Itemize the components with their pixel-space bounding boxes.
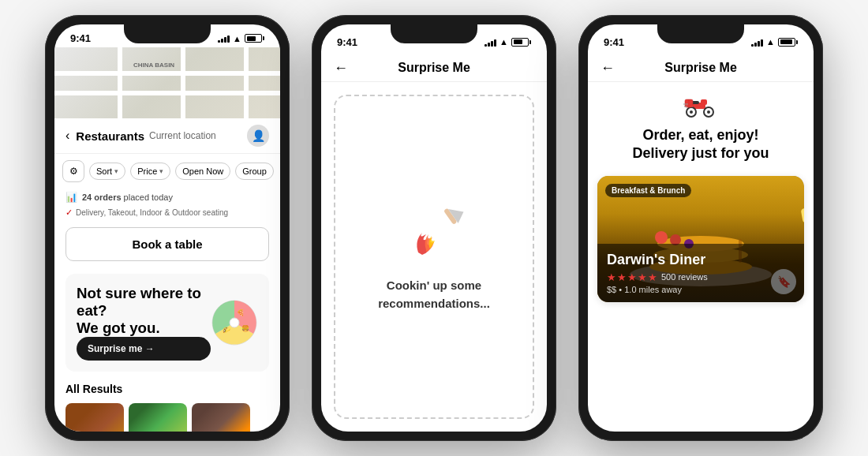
surprise-heading: Not sure where to eat? We got you. [77, 285, 211, 337]
phone-2: 9:41 ▲ [312, 15, 556, 441]
battery-icon-3 [778, 38, 798, 47]
phone-1-screen: 9:41 ▲ [54, 24, 280, 432]
back-button-2[interactable]: ← [334, 60, 348, 77]
sort-chevron: ▾ [114, 167, 118, 175]
back-button-3[interactable]: ← [600, 60, 615, 77]
phone3-content: Order, eat, enjoy! Delivery just for you [588, 82, 814, 432]
stars-row: ★★★★★ 500 reviews [607, 271, 795, 283]
wifi-icon-2: ▲ [499, 37, 508, 47]
sort-label: Sort [96, 166, 112, 176]
nav-subtitle-1: Current location [149, 130, 216, 141]
status-icons-2: ▲ [485, 37, 531, 47]
phone-3-screen: 9:41 ▲ [588, 24, 814, 432]
price-chevron: ▾ [159, 167, 163, 175]
cooking-illustration [402, 201, 466, 264]
orders-count: 24 orders [82, 192, 122, 202]
notch-1 [124, 24, 211, 43]
svg-rect-7 [701, 99, 707, 105]
svg-text:🍔: 🍔 [241, 324, 249, 332]
result-image-1[interactable] [65, 403, 124, 432]
result-image-2[interactable] [129, 403, 187, 432]
orders-text: 24 orders placed today [82, 192, 173, 202]
battery-icon-1 [245, 34, 264, 43]
status-time-1: 9:41 [70, 32, 91, 44]
category-badge: Breakfast & Brunch [605, 184, 691, 197]
price-chip[interactable]: Price ▾ [130, 163, 170, 180]
open-now-label: Open Now [182, 166, 223, 176]
nav-title-1: Restaurants [76, 129, 144, 143]
order-enjoy-section: Order, eat, enjoy! Delivery just for you [588, 82, 814, 171]
status-icons-1: ▲ [218, 34, 264, 43]
order-enjoy-heading: Order, eat, enjoy! Delivery just for you [604, 126, 798, 163]
phone3-header: ← Surprise Me [588, 54, 814, 82]
wifi-icon-1: ▲ [233, 34, 241, 43]
phone3-title: Surprise Me [664, 61, 737, 75]
surprise-card: Not sure where to eat? We got you. Surpr… [65, 274, 269, 372]
restaurant-name: Darwin's Diner [607, 252, 795, 268]
svg-point-12 [690, 110, 693, 114]
back-button-1[interactable]: ‹ [65, 129, 69, 143]
result-images-row [54, 400, 280, 432]
map-area: CHINA BASIN [54, 47, 280, 118]
phone1-navbar: ‹ Restaurants Current location 👤 [54, 118, 280, 154]
result-image-3[interactable] [192, 403, 250, 432]
surprise-me-button[interactable]: Surprise me → [77, 337, 211, 361]
svg-point-4 [230, 318, 239, 327]
wheel-svg: 🍕 🍔 🌮 [211, 299, 258, 346]
loading-area: Cookin' up some recommendations... [334, 95, 534, 419]
signal-icon-2 [485, 38, 496, 47]
sort-chip[interactable]: Sort ▾ [89, 163, 125, 180]
battery-icon-2 [511, 38, 531, 47]
reviews-count: 500 reviews [661, 272, 708, 282]
checkmark-icon: ✓ [65, 207, 73, 218]
user-avatar-1[interactable]: 👤 [247, 125, 269, 147]
wheel-graphic: 🍕 🍔 🌮 [211, 299, 258, 346]
phone2-header: ← Surprise Me [321, 54, 547, 82]
phone-1: 9:41 ▲ [45, 15, 290, 441]
delivery-scooter-icon [683, 93, 718, 120]
filter-icon-btn[interactable]: ⚙ [62, 160, 84, 182]
status-time-3: 9:41 [604, 36, 624, 48]
restaurant-image: Breakfast & Brunch 🔖 Darwin's Diner ★★★★… [597, 176, 804, 302]
wifi-icon-3: ▲ [766, 37, 775, 47]
orders-info: 📊 24 orders placed today [54, 189, 280, 206]
status-time-2: 9:41 [337, 36, 357, 48]
cooking-flame-icon [402, 201, 466, 264]
signal-icon-3 [751, 38, 763, 47]
status-icons-3: ▲ [751, 37, 798, 47]
restaurant-meta: $$ • 1.0 miles away [607, 285, 795, 294]
delivery-icon-area [604, 93, 798, 120]
group-chip[interactable]: Group [235, 163, 274, 180]
phone-3: 9:41 ▲ [578, 15, 823, 441]
phones-container: 9:41 ▲ [29, 0, 839, 456]
map-label-china-basin: CHINA BASIN [133, 62, 174, 69]
cooking-text: Cookin' up some recommendations... [378, 277, 490, 312]
delivery-info-text: Delivery, Takeout, Indoor & Outdoor seat… [76, 208, 228, 217]
orders-chart-icon: 📊 [65, 192, 77, 203]
all-results-heading: All Results [54, 379, 280, 400]
surprise-text: Not sure where to eat? We got you. Surpr… [77, 285, 211, 361]
svg-point-10 [707, 110, 710, 114]
stars-icon: ★★★★★ [607, 271, 658, 283]
price-label: Price [137, 166, 157, 176]
svg-text:🍕: 🍕 [237, 308, 245, 316]
delivery-info-row: ✓ Delivery, Takeout, Indoor & Outdoor se… [54, 206, 280, 222]
notch-2 [391, 24, 477, 43]
open-now-chip[interactable]: Open Now [175, 163, 230, 180]
notch-3 [657, 24, 744, 43]
book-table-button[interactable]: Book a table [65, 227, 269, 261]
phone-2-screen: 9:41 ▲ [321, 24, 547, 432]
group-label: Group [242, 166, 267, 176]
signal-icon-1 [218, 34, 230, 43]
filter-bar: ⚙ Sort ▾ Price ▾ Open Now Group [54, 154, 280, 189]
phone2-title: Surprise Me [398, 61, 470, 75]
restaurant-card[interactable]: Breakfast & Brunch 🔖 Darwin's Diner ★★★★… [597, 176, 804, 302]
svg-text:🌮: 🌮 [223, 326, 230, 334]
restaurant-info-overlay: Darwin's Diner ★★★★★ 500 reviews $$ • 1.… [597, 244, 804, 302]
